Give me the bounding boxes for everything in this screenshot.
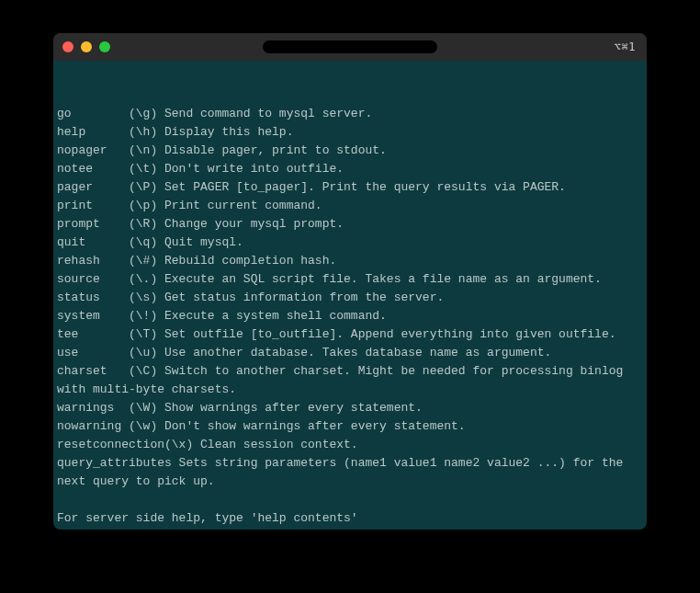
help-line: nowarning (\w) Don't show warnings after… [57,417,643,436]
help-line: use (\u) Use another database. Takes dat… [57,344,643,362]
help-line: system (\!) Execute a system shell comma… [57,307,643,325]
help-line: next query to pick up. [57,473,643,491]
help-line [57,528,643,530]
help-line: nopager (\n) Disable pager, print to std… [57,142,643,160]
help-line: quit (\q) Quit mysql. [57,234,643,252]
tab-shortcut-label: ⌥⌘1 [615,40,636,53]
titlebar: ⌥⌘1 [53,33,647,61]
help-line: resetconnection(\x) Clean session contex… [57,436,643,454]
help-line: query_attributes Sets string parameters … [57,454,643,473]
help-line: status (\s) Get status information from … [57,289,643,307]
help-line: with multi-byte charsets. [57,381,643,399]
help-line: For server side help, type 'help content… [57,509,643,528]
terminal-body[interactable]: go (\g) Send command to mysql server.hel… [53,61,647,530]
help-line: warnings (\W) Show warnings after every … [57,399,643,417]
help-line: pager (\P) Set PAGER [to_pager]. Print t… [57,178,643,197]
help-line: charset (\C) Switch to another charset. … [57,362,643,381]
help-line: source (\.) Execute an SQL script file. … [57,270,643,289]
help-line: print (\p) Print current command. [57,197,643,215]
minimize-icon[interactable] [81,41,92,52]
zoom-icon[interactable] [99,41,110,52]
mysql-help-output: go (\g) Send command to mysql server.hel… [57,105,643,530]
help-line: prompt (\R) Change your mysql prompt. [57,215,643,234]
help-line: notee (\t) Don't write into outfile. [57,160,643,178]
help-line [57,491,643,509]
close-icon[interactable] [62,41,73,52]
traffic-lights [62,41,110,52]
title-redacted [263,40,437,53]
terminal-window: ⌥⌘1 go (\g) Send command to mysql server… [53,33,647,530]
help-line: help (\h) Display this help. [57,123,643,142]
help-line: go (\g) Send command to mysql server. [57,105,643,123]
help-line: tee (\T) Set outfile [to_outfile]. Appen… [57,325,643,344]
help-line: rehash (\#) Rebuild completion hash. [57,252,643,270]
